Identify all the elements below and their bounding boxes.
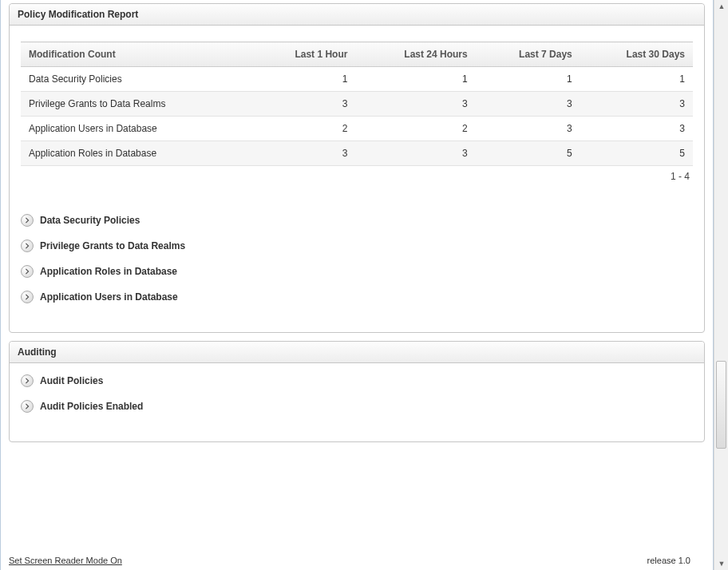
cell-value: 2	[355, 117, 475, 141]
pager-text: 1 - 4	[671, 171, 690, 182]
cell-label: Privilege Grants to Data Realms	[21, 92, 251, 117]
chevron-right-icon	[21, 291, 34, 303]
table-row: Application Roles in Database 3 3 5 5	[21, 141, 693, 166]
page-footer: Set Screen Reader Mode On release 1.0	[9, 556, 690, 565]
expander-audit-policies-enabled[interactable]: Audit Policies Enabled	[21, 400, 693, 413]
expander-audit-policies[interactable]: Audit Policies	[21, 374, 693, 387]
expander-application-roles[interactable]: Application Roles in Database	[21, 265, 693, 278]
expander-label: Audit Policies Enabled	[40, 401, 143, 412]
cell-value: 1	[355, 67, 475, 92]
panel-title-auditing: Auditing	[18, 346, 57, 358]
chevron-right-icon	[21, 214, 34, 227]
cell-value: 1	[476, 67, 580, 92]
modification-count-table: Modification Count Last 1 Hour Last 24 H…	[21, 42, 693, 166]
cell-value: 3	[476, 92, 580, 117]
cell-label: Data Security Policies	[21, 67, 251, 92]
cell-value: 3	[251, 141, 355, 166]
col-header-modification-count[interactable]: Modification Count	[21, 42, 251, 67]
cell-value: 5	[580, 141, 693, 166]
table-row: Privilege Grants to Data Realms 3 3 3 3	[21, 92, 693, 117]
app-viewport: Policy Modification Report Modification …	[0, 0, 728, 570]
cell-value: 1	[580, 67, 693, 92]
expander-label: Privilege Grants to Data Realms	[40, 240, 185, 251]
content-inner: Policy Modification Report Modification …	[1, 3, 713, 442]
table-header-row: Modification Count Last 1 Hour Last 24 H…	[21, 42, 693, 67]
expander-data-security-policies[interactable]: Data Security Policies	[21, 214, 693, 227]
cell-value: 1	[251, 67, 355, 92]
cell-label: Application Roles in Database	[21, 141, 251, 166]
vertical-scrollbar[interactable]: ▲ ▼	[714, 0, 728, 570]
expander-label: Application Roles in Database	[40, 266, 177, 277]
panel-auditing: Auditing Audit Policies Audit Policies E…	[9, 341, 705, 442]
cell-value: 3	[251, 92, 355, 117]
panel-title-policy: Policy Modification Report	[18, 9, 138, 20]
chevron-right-icon	[21, 400, 34, 413]
scroll-down-arrow-icon[interactable]: ▼	[716, 557, 727, 570]
cell-value: 5	[476, 141, 580, 166]
panel-policy-modification-report: Policy Modification Report Modification …	[9, 3, 705, 333]
expander-label: Audit Policies	[40, 375, 103, 386]
panel-body-policy: Modification Count Last 1 Hour Last 24 H…	[10, 26, 704, 332]
policy-expanders: Data Security Policies Privilege Grants …	[21, 214, 693, 303]
table-row: Data Security Policies 1 1 1 1	[21, 67, 693, 92]
col-header-last-30-days[interactable]: Last 30 Days	[580, 42, 693, 67]
scroll-up-arrow-icon[interactable]: ▲	[716, 0, 727, 13]
cell-label: Application Users in Database	[21, 117, 251, 141]
col-header-last-1-hour[interactable]: Last 1 Hour	[251, 42, 355, 67]
cell-value: 3	[580, 117, 693, 141]
release-label: release 1.0	[647, 556, 690, 565]
content-scroll-area: Policy Modification Report Modification …	[0, 0, 714, 570]
cell-value: 3	[580, 92, 693, 117]
table-row: Application Users in Database 2 2 3 3	[21, 117, 693, 141]
panel-header-policy: Policy Modification Report	[10, 4, 704, 26]
panel-body-auditing: Audit Policies Audit Policies Enabled	[10, 363, 704, 441]
panel-header-auditing: Auditing	[10, 342, 704, 363]
col-header-last-24-hours[interactable]: Last 24 Hours	[355, 42, 475, 67]
scrollbar-track[interactable]	[716, 13, 726, 557]
screen-reader-link[interactable]: Set Screen Reader Mode On	[9, 556, 122, 565]
expander-label: Application Users in Database	[40, 291, 178, 303]
table-pager: 1 - 4	[21, 166, 693, 182]
chevron-right-icon	[21, 265, 34, 278]
cell-value: 3	[355, 92, 475, 117]
cell-value: 3	[355, 141, 475, 166]
chevron-right-icon	[21, 374, 34, 387]
cell-value: 3	[476, 117, 580, 141]
cell-value: 2	[251, 117, 355, 141]
expander-label: Data Security Policies	[40, 215, 140, 226]
expander-application-users[interactable]: Application Users in Database	[21, 291, 693, 303]
chevron-right-icon	[21, 239, 34, 252]
expander-privilege-grants[interactable]: Privilege Grants to Data Realms	[21, 239, 693, 252]
scrollbar-thumb[interactable]	[716, 361, 726, 448]
col-header-last-7-days[interactable]: Last 7 Days	[476, 42, 580, 67]
